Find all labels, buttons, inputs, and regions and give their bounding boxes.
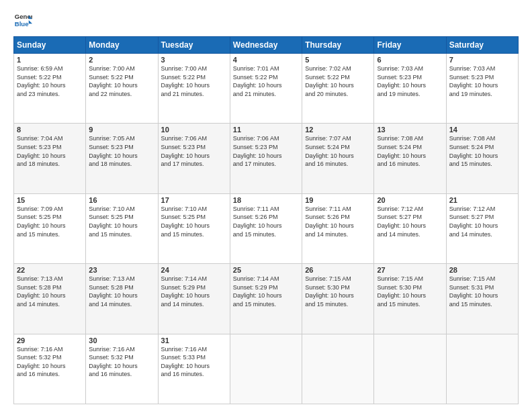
col-header-friday: Friday	[374, 37, 446, 54]
logo: General Blue	[13, 11, 32, 30]
col-header-monday: Monday	[86, 37, 158, 54]
day-info: Sunrise: 7:03 AM Sunset: 5:23 PM Dayligh…	[377, 64, 443, 98]
day-number: 1	[17, 56, 83, 64]
svg-text:Blue: Blue	[15, 20, 29, 28]
day-info: Sunrise: 7:14 AM Sunset: 5:29 PM Dayligh…	[161, 275, 227, 308]
calendar-cell: 2Sunrise: 7:00 AM Sunset: 5:22 PM Daylig…	[86, 54, 158, 124]
day-info: Sunrise: 7:16 AM Sunset: 5:33 PM Dayligh…	[161, 345, 227, 379]
day-number: 22	[17, 266, 83, 274]
col-header-sunday: Sunday	[14, 37, 86, 54]
calendar-cell: 10Sunrise: 7:06 AM Sunset: 5:23 PM Dayli…	[158, 124, 230, 193]
day-number: 30	[89, 336, 154, 345]
day-info: Sunrise: 7:03 AM Sunset: 5:23 PM Dayligh…	[449, 64, 515, 98]
calendar-cell: 5Sunrise: 7:02 AM Sunset: 5:22 PM Daylig…	[302, 54, 374, 124]
calendar-cell: 18Sunrise: 7:11 AM Sunset: 5:26 PM Dayli…	[230, 193, 302, 263]
calendar-cell: 6Sunrise: 7:03 AM Sunset: 5:23 PM Daylig…	[374, 54, 446, 124]
day-info: Sunrise: 7:02 AM Sunset: 5:22 PM Dayligh…	[305, 64, 371, 98]
calendar-week-4: 22Sunrise: 7:13 AM Sunset: 5:28 PM Dayli…	[14, 264, 519, 334]
calendar-cell: 26Sunrise: 7:15 AM Sunset: 5:30 PM Dayli…	[302, 264, 374, 334]
day-info: Sunrise: 7:13 AM Sunset: 5:28 PM Dayligh…	[17, 275, 83, 308]
day-number: 14	[449, 126, 515, 134]
day-info: Sunrise: 7:15 AM Sunset: 5:30 PM Dayligh…	[305, 275, 371, 308]
day-info: Sunrise: 7:15 AM Sunset: 5:31 PM Dayligh…	[449, 275, 515, 308]
day-info: Sunrise: 7:11 AM Sunset: 5:26 PM Dayligh…	[233, 205, 299, 238]
day-info: Sunrise: 7:00 AM Sunset: 5:22 PM Dayligh…	[89, 64, 154, 98]
day-number: 19	[305, 196, 371, 204]
day-info: Sunrise: 7:08 AM Sunset: 5:24 PM Dayligh…	[377, 134, 443, 168]
day-info: Sunrise: 7:10 AM Sunset: 5:25 PM Dayligh…	[89, 205, 154, 238]
col-header-saturday: Saturday	[446, 37, 518, 54]
day-number: 9	[89, 126, 154, 134]
day-info: Sunrise: 7:14 AM Sunset: 5:29 PM Dayligh…	[233, 275, 299, 308]
day-info: Sunrise: 7:00 AM Sunset: 5:22 PM Dayligh…	[161, 64, 227, 98]
day-number: 7	[449, 56, 515, 64]
calendar-cell: 31Sunrise: 7:16 AM Sunset: 5:33 PM Dayli…	[158, 334, 230, 404]
calendar-cell: 14Sunrise: 7:08 AM Sunset: 5:24 PM Dayli…	[446, 124, 518, 193]
calendar-cell: 21Sunrise: 7:12 AM Sunset: 5:27 PM Dayli…	[446, 193, 518, 263]
svg-marker-3	[29, 20, 32, 24]
day-info: Sunrise: 7:12 AM Sunset: 5:27 PM Dayligh…	[377, 205, 443, 238]
calendar-cell: 9Sunrise: 7:05 AM Sunset: 5:23 PM Daylig…	[86, 124, 158, 193]
day-number: 13	[377, 126, 443, 134]
calendar-table: SundayMondayTuesdayWednesdayThursdayFrid…	[13, 36, 519, 404]
day-info: Sunrise: 7:16 AM Sunset: 5:32 PM Dayligh…	[89, 345, 154, 379]
day-number: 23	[89, 266, 154, 274]
calendar-cell: 19Sunrise: 7:11 AM Sunset: 5:26 PM Dayli…	[302, 193, 374, 263]
calendar-cell: 1Sunrise: 6:59 AM Sunset: 5:22 PM Daylig…	[14, 54, 86, 124]
day-info: Sunrise: 6:59 AM Sunset: 5:22 PM Dayligh…	[17, 64, 83, 98]
calendar-cell: 28Sunrise: 7:15 AM Sunset: 5:31 PM Dayli…	[446, 264, 518, 334]
calendar-cell	[302, 334, 374, 404]
day-info: Sunrise: 7:11 AM Sunset: 5:26 PM Dayligh…	[305, 205, 371, 238]
day-number: 6	[377, 56, 443, 64]
calendar-cell: 13Sunrise: 7:08 AM Sunset: 5:24 PM Dayli…	[374, 124, 446, 193]
day-number: 17	[161, 196, 227, 204]
day-info: Sunrise: 7:13 AM Sunset: 5:28 PM Dayligh…	[89, 275, 154, 308]
calendar-cell: 8Sunrise: 7:04 AM Sunset: 5:23 PM Daylig…	[14, 124, 86, 193]
day-number: 16	[89, 196, 154, 204]
day-info: Sunrise: 7:10 AM Sunset: 5:25 PM Dayligh…	[161, 205, 227, 238]
calendar-cell	[446, 334, 518, 404]
day-number: 29	[17, 336, 83, 345]
day-number: 20	[377, 196, 443, 204]
calendar-cell: 24Sunrise: 7:14 AM Sunset: 5:29 PM Dayli…	[158, 264, 230, 334]
day-info: Sunrise: 7:08 AM Sunset: 5:24 PM Dayligh…	[449, 134, 515, 168]
day-number: 15	[17, 196, 83, 204]
col-header-tuesday: Tuesday	[158, 37, 230, 54]
day-number: 2	[89, 56, 154, 64]
calendar-week-1: 1Sunrise: 6:59 AM Sunset: 5:22 PM Daylig…	[14, 54, 519, 124]
day-number: 18	[233, 196, 299, 204]
day-info: Sunrise: 7:07 AM Sunset: 5:24 PM Dayligh…	[305, 134, 371, 168]
col-header-thursday: Thursday	[302, 37, 374, 54]
calendar-cell: 3Sunrise: 7:00 AM Sunset: 5:22 PM Daylig…	[158, 54, 230, 124]
day-info: Sunrise: 7:16 AM Sunset: 5:32 PM Dayligh…	[17, 345, 83, 379]
day-number: 26	[305, 266, 371, 274]
calendar-week-2: 8Sunrise: 7:04 AM Sunset: 5:23 PM Daylig…	[14, 124, 519, 193]
day-info: Sunrise: 7:05 AM Sunset: 5:23 PM Dayligh…	[89, 134, 154, 168]
day-info: Sunrise: 7:09 AM Sunset: 5:25 PM Dayligh…	[17, 205, 83, 238]
day-info: Sunrise: 7:06 AM Sunset: 5:23 PM Dayligh…	[233, 134, 299, 168]
day-number: 27	[377, 266, 443, 274]
calendar-cell: 23Sunrise: 7:13 AM Sunset: 5:28 PM Dayli…	[86, 264, 158, 334]
day-number: 12	[305, 126, 371, 134]
day-number: 11	[233, 126, 299, 134]
day-number: 10	[161, 126, 227, 134]
day-number: 24	[161, 266, 227, 274]
day-number: 4	[233, 56, 299, 64]
header: General Blue	[13, 11, 519, 30]
calendar-cell: 12Sunrise: 7:07 AM Sunset: 5:24 PM Dayli…	[302, 124, 374, 193]
day-number: 31	[161, 336, 227, 345]
calendar-cell: 29Sunrise: 7:16 AM Sunset: 5:32 PM Dayli…	[14, 334, 86, 404]
calendar-week-5: 29Sunrise: 7:16 AM Sunset: 5:32 PM Dayli…	[14, 334, 519, 404]
logo-icon: General Blue	[13, 11, 32, 30]
calendar-cell: 30Sunrise: 7:16 AM Sunset: 5:32 PM Dayli…	[86, 334, 158, 404]
day-number: 21	[449, 196, 515, 204]
day-number: 5	[305, 56, 371, 64]
day-info: Sunrise: 7:15 AM Sunset: 5:30 PM Dayligh…	[377, 275, 443, 308]
day-number: 8	[17, 126, 83, 134]
calendar-cell: 17Sunrise: 7:10 AM Sunset: 5:25 PM Dayli…	[158, 193, 230, 263]
day-number: 28	[449, 266, 515, 274]
calendar-cell: 20Sunrise: 7:12 AM Sunset: 5:27 PM Dayli…	[374, 193, 446, 263]
day-number: 25	[233, 266, 299, 274]
day-info: Sunrise: 7:04 AM Sunset: 5:23 PM Dayligh…	[17, 134, 83, 168]
day-info: Sunrise: 7:06 AM Sunset: 5:23 PM Dayligh…	[161, 134, 227, 168]
